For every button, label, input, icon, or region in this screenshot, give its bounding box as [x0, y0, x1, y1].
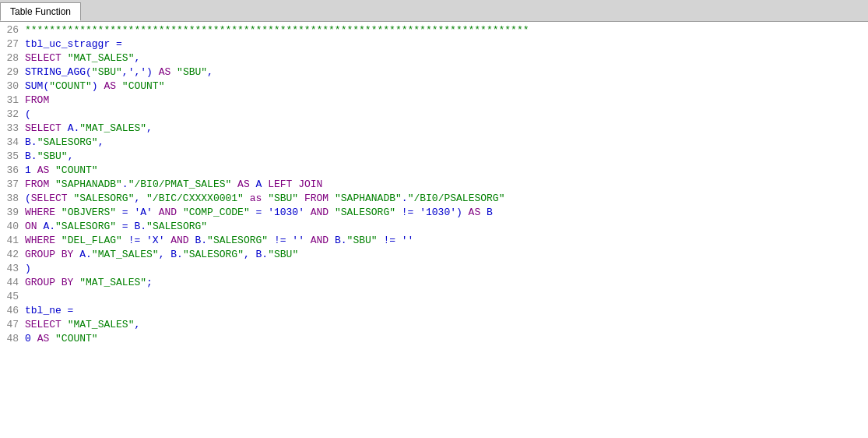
line-content: SELECT A."MAT_SALES", [25, 122, 153, 136]
table-row: 32 ( [0, 108, 868, 122]
table-row: 37 FROM "SAPHANADB"."/BI0/PMAT_SALES" AS… [0, 178, 868, 192]
line-content: ON A."SALESORG" = B."SALESORG" [25, 220, 207, 234]
line-number: 47 [0, 318, 25, 332]
line-content: SELECT "MAT_SALES", [25, 51, 140, 65]
line-content: ****************************************… [25, 23, 529, 37]
line-content: 0 AS "COUNT" [25, 332, 98, 346]
line-content: GROUP BY A."MAT_SALES", B."SALESORG", B.… [25, 248, 298, 262]
table-row: 38 (SELECT "SALESORG", "/BIC/CXXXX0001" … [0, 192, 868, 206]
table-function-tab[interactable]: Table Function [0, 2, 81, 21]
line-number: 48 [0, 332, 25, 346]
table-row: 28 SELECT "MAT_SALES", [0, 51, 868, 65]
line-number: 29 [0, 65, 25, 79]
table-row: 27tbl_uc_straggr = [0, 37, 868, 51]
line-number: 36 [0, 164, 25, 178]
table-row: 40 ON A."SALESORG" = B."SALESORG" [0, 220, 868, 234]
table-row: 31 FROM [0, 94, 868, 108]
line-content: GROUP BY "MAT_SALES"; [25, 276, 153, 290]
table-row: 26**************************************… [0, 23, 868, 37]
table-row: 39 WHERE "OBJVERS" = 'A' AND "COMP_CODE"… [0, 206, 868, 220]
line-number: 41 [0, 234, 25, 248]
line-content: SELECT "MAT_SALES", [25, 318, 140, 332]
line-content: SUM("COUNT") AS "COUNT" [25, 79, 164, 94]
line-number: 27 [0, 37, 25, 51]
line-number: 37 [0, 178, 25, 192]
table-row: 35 B."SBU", [0, 150, 868, 164]
line-number: 35 [0, 150, 25, 164]
line-number: 42 [0, 248, 25, 262]
table-row: 36 1 AS "COUNT" [0, 164, 868, 178]
line-content: tbl_ne = [25, 304, 73, 318]
line-content: STRING_AGG("SBU",',') AS "SBU", [25, 65, 213, 79]
table-row: 44 GROUP BY "MAT_SALES"; [0, 276, 868, 290]
table-row: 29 STRING_AGG("SBU",',') AS "SBU", [0, 65, 868, 79]
table-row: 47 SELECT "MAT_SALES", [0, 318, 868, 332]
line-number: 46 [0, 304, 25, 318]
line-content: WHERE "OBJVERS" = 'A' AND "COMP_CODE" = … [25, 206, 493, 220]
line-number: 43 [0, 262, 25, 276]
line-number: 28 [0, 51, 25, 65]
line-content: (SELECT "SALESORG", "/BIC/CXXXX0001" as … [25, 192, 504, 206]
code-area: 26**************************************… [0, 22, 868, 436]
line-content: tbl_uc_straggr = [25, 37, 122, 51]
table-row: 41 WHERE "DEL_FLAG" != 'X' AND B."SALESO… [0, 234, 868, 248]
line-content: ) [25, 262, 31, 276]
tab-bar: Table Function [0, 0, 868, 22]
line-number: 40 [0, 220, 25, 234]
line-number: 31 [0, 94, 25, 108]
table-row: 48 0 AS "COUNT" [0, 332, 868, 346]
line-number: 38 [0, 192, 25, 206]
line-number: 33 [0, 122, 25, 136]
line-content: 1 AS "COUNT" [25, 164, 98, 178]
line-content: B."SBU", [25, 150, 73, 164]
table-row: 45 [0, 290, 868, 304]
line-content: WHERE "DEL_FLAG" != 'X' AND B."SALESORG"… [25, 234, 413, 248]
line-number: 45 [0, 290, 25, 304]
table-row: 46tbl_ne = [0, 304, 868, 318]
line-number: 39 [0, 206, 25, 220]
table-row: 43 ) [0, 262, 868, 276]
line-content: ( [25, 108, 31, 122]
line-number: 44 [0, 276, 25, 290]
line-content: B."SALESORG", [25, 136, 104, 150]
table-row: 33 SELECT A."MAT_SALES", [0, 122, 868, 136]
table-row: 30 SUM("COUNT") AS "COUNT" [0, 79, 868, 94]
table-row: 42 GROUP BY A."MAT_SALES", B."SALESORG",… [0, 248, 868, 262]
line-content: FROM "SAPHANADB"."/BI0/PMAT_SALES" AS A … [25, 178, 322, 192]
line-content: FROM [25, 94, 49, 108]
line-number: 34 [0, 136, 25, 150]
line-number: 26 [0, 23, 25, 37]
table-row: 34 B."SALESORG", [0, 136, 868, 150]
line-number: 32 [0, 108, 25, 122]
line-number: 30 [0, 79, 25, 94]
